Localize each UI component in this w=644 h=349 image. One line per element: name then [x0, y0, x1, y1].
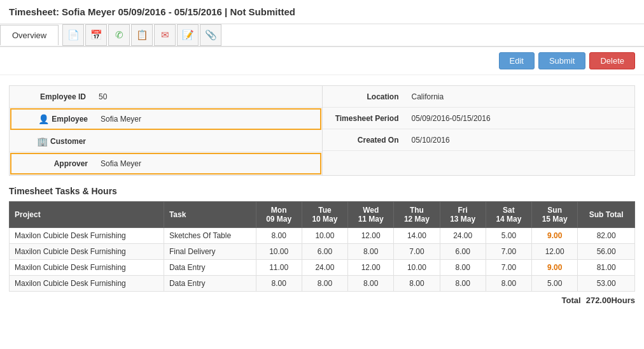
cell-thu: 14.00 — [394, 228, 440, 244]
employee-id-row: Employee ID 50 — [10, 86, 322, 108]
task-icon-btn[interactable]: 📋 — [131, 24, 153, 46]
cell-fri: 8.00 — [440, 260, 486, 276]
cell-sat: 8.00 — [486, 276, 531, 292]
col-thu: Thu12 May — [394, 202, 440, 228]
customer-row: 🏢 Customer — [10, 131, 322, 152]
total-row: Total 272.00Hours — [0, 292, 644, 309]
cell-mon: 10.00 — [256, 244, 302, 260]
table-row: Maxilon Cubicle Desk Furnishing Data Ent… — [10, 276, 635, 292]
cell-subtotal: 82.00 — [578, 228, 635, 244]
delete-button[interactable]: Delete — [589, 52, 635, 69]
col-sat: Sat14 May — [486, 202, 531, 228]
cell-mon: 11.00 — [256, 260, 302, 276]
form-right: Location California Timesheet Period 05/… — [323, 86, 635, 175]
calendar-icon-btn[interactable]: 📅 — [85, 24, 107, 46]
approver-value: Sofia Meyer — [94, 155, 320, 172]
customer-icon: 🏢 — [37, 136, 48, 146]
cell-sat: 7.00 — [486, 244, 531, 260]
employee-row: 👤 Employee Sofia Meyer — [10, 108, 321, 130]
employee-label: Employee — [52, 115, 88, 124]
table-row: Maxilon Cubicle Desk Furnishing Sketches… — [10, 228, 635, 244]
phone-icon-btn[interactable]: ✆ — [108, 24, 130, 46]
cell-sat: 7.00 — [486, 260, 531, 276]
cell-wed: 12.00 — [348, 228, 394, 244]
phone-icon: ✆ — [115, 29, 123, 41]
cell-subtotal: 56.00 — [578, 244, 635, 260]
total-label: Total — [562, 296, 581, 305]
page-title: Timesheet: Sofia Meyer 05/09/2016 - 05/1… — [0, 0, 644, 24]
cell-subtotal: 53.00 — [578, 276, 635, 292]
approver-row: Approver Sofia Meyer — [10, 153, 321, 174]
table-header-row: Project Task Mon09 May Tue10 May Wed11 M… — [10, 202, 635, 228]
timesheet-section: Timesheet Tasks & Hours Project Task Mon… — [9, 186, 635, 292]
employee-value: Sofia Meyer — [94, 111, 320, 127]
document-icon: 📄 — [67, 29, 80, 41]
approver-label: Approver — [11, 155, 94, 172]
col-subtotal: Sub Total — [578, 202, 635, 228]
document-icon-btn[interactable]: 📄 — [62, 24, 84, 46]
col-wed: Wed11 May — [348, 202, 394, 228]
col-mon: Mon09 May — [256, 202, 302, 228]
location-label: Location — [323, 89, 405, 105]
cell-fri: 6.00 — [440, 244, 486, 260]
timesheet-section-title: Timesheet Tasks & Hours — [9, 186, 635, 196]
employee-id-label: Employee ID — [10, 89, 92, 105]
cell-sun: 9.00 — [532, 260, 578, 276]
cell-mon: 8.00 — [256, 276, 302, 292]
cell-project: Maxilon Cubicle Desk Furnishing — [10, 244, 164, 260]
cell-mon: 8.00 — [256, 228, 302, 244]
cell-project: Maxilon Cubicle Desk Furnishing — [10, 260, 164, 276]
customer-label: Customer — [50, 137, 86, 146]
timesheet-period-row: Timesheet Period 05/09/2016-05/15/2016 — [323, 108, 635, 129]
email-icon: ✉ — [161, 29, 169, 41]
edit-button[interactable]: Edit — [499, 52, 535, 69]
table-row: Maxilon Cubicle Desk Furnishing Final De… — [10, 244, 635, 260]
created-on-row: Created On 05/10/2016 — [323, 129, 635, 151]
timesheet-table: Project Task Mon09 May Tue10 May Wed11 M… — [9, 201, 635, 292]
form-section: Employee ID 50 👤 Employee Sofia Meyer 🏢 … — [9, 85, 635, 176]
cell-thu: 7.00 — [394, 244, 440, 260]
cell-fri: 8.00 — [440, 276, 486, 292]
email-icon-btn[interactable]: ✉ — [154, 24, 176, 46]
attachment-icon-btn[interactable]: 📎 — [200, 24, 221, 46]
tab-overview[interactable]: Overview — [0, 25, 59, 45]
filler-row — [323, 151, 635, 173]
customer-label-wrap: 🏢 Customer — [10, 132, 92, 150]
submit-button[interactable]: Submit — [538, 52, 585, 69]
cell-task: Data Entry — [164, 260, 256, 276]
action-bar: Edit Submit Delete — [0, 47, 644, 75]
note-icon: 📝 — [182, 29, 194, 41]
timesheet-period-label: Timesheet Period — [323, 110, 405, 127]
cell-tue: 10.00 — [302, 228, 347, 244]
table-row: Maxilon Cubicle Desk Furnishing Data Ent… — [10, 260, 635, 276]
employee-icon: 👤 — [38, 114, 49, 124]
col-fri: Fri13 May — [440, 202, 486, 228]
total-value: 272.00Hours — [586, 296, 635, 305]
task-icon: 📋 — [136, 29, 148, 41]
cell-sun: 12.00 — [532, 244, 578, 260]
created-on-label: Created On — [323, 132, 405, 148]
cell-task: Final Delivery — [164, 244, 256, 260]
employee-label-wrap: 👤 Employee — [11, 110, 94, 128]
col-tue: Tue10 May — [302, 202, 347, 228]
cell-tue: 8.00 — [302, 276, 347, 292]
calendar-icon: 📅 — [90, 29, 102, 41]
attachment-icon: 📎 — [205, 29, 217, 41]
cell-project: Maxilon Cubicle Desk Furnishing — [10, 276, 164, 292]
cell-thu: 10.00 — [394, 260, 440, 276]
timesheet-period-value: 05/09/2016-05/15/2016 — [405, 110, 635, 127]
location-value: California — [405, 89, 635, 105]
cell-wed: 12.00 — [348, 260, 394, 276]
customer-value — [92, 138, 322, 145]
cell-wed: 8.00 — [348, 276, 394, 292]
cell-wed: 8.00 — [348, 244, 394, 260]
col-task: Task — [164, 202, 256, 228]
cell-fri: 24.00 — [440, 228, 486, 244]
toolbar: Overview 📄 📅 ✆ 📋 ✉ 📝 📎 — [0, 24, 644, 47]
cell-tue: 24.00 — [302, 260, 347, 276]
toolbar-icons: 📄 📅 ✆ 📋 ✉ 📝 📎 — [62, 24, 221, 46]
cell-task: Sketches Of Table — [164, 228, 256, 244]
location-row: Location California — [323, 86, 635, 108]
note-icon-btn[interactable]: 📝 — [177, 24, 199, 46]
cell-thu: 8.00 — [394, 276, 440, 292]
